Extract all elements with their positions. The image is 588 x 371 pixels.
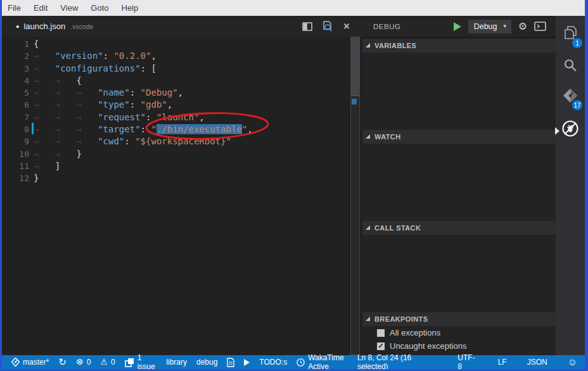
section-body-variables — [362, 53, 556, 130]
line-number[interactable]: 9 — [2, 135, 34, 148]
status-todos[interactable]: TODO:s — [259, 358, 287, 367]
checkbox-unchecked[interactable] — [377, 329, 385, 337]
token-key: "configurations" — [55, 63, 141, 73]
close-editor-icon[interactable]: ✕ — [341, 21, 352, 32]
code-line[interactable]: 11→ ] — [2, 160, 362, 172]
section-header-call-stack[interactable]: CALL STACK — [362, 221, 556, 235]
start-debug-icon[interactable] — [454, 22, 461, 31]
status-run[interactable] — [244, 359, 250, 366]
section-label: CALL STACK — [374, 224, 421, 232]
code-line[interactable]: 8→ → → "target": "./bin/executable", — [2, 123, 362, 135]
status-language-mode[interactable]: JSON — [527, 358, 547, 367]
code-line[interactable]: 1{ — [2, 38, 362, 50]
tab-whitespace-icon: → — [34, 112, 55, 122]
line-number[interactable]: 7 — [2, 111, 34, 123]
status-feedback[interactable]: ☺ — [568, 358, 577, 367]
dirty-indicator-icon: ● — [16, 23, 19, 30]
play-icon — [244, 359, 250, 366]
debug-sidebar: DEBUG Debug ▼ ⚙ VARIABLESWATCHCALL STACK… — [362, 16, 556, 355]
activity-item-git[interactable]: 17 — [556, 85, 585, 106]
menu-item-edit[interactable]: Edit — [27, 0, 54, 16]
section-header-watch[interactable]: WATCH — [362, 130, 556, 144]
breakpoint-row[interactable]: ✓Uncaught exceptions — [362, 339, 556, 353]
checkbox-checked[interactable]: ✓ — [377, 343, 385, 350]
gear-icon[interactable]: ⚙ — [518, 22, 527, 32]
menu-item-goto[interactable]: Goto — [84, 0, 115, 16]
code-line[interactable]: 4→ → { — [2, 75, 362, 87]
token-key: "request" — [98, 112, 146, 122]
token-str: "0.2.0" — [113, 51, 151, 61]
code-line[interactable]: 5→ → → "name": "Debug", — [2, 87, 362, 99]
scrollbar-thumb[interactable] — [351, 37, 359, 96]
breakpoint-label: All exceptions — [390, 328, 440, 337]
debug-console-icon[interactable] — [534, 22, 546, 31]
error-icon: ⊗ — [76, 358, 84, 367]
line-number[interactable]: 8 — [2, 123, 34, 135]
split-editor-icon[interactable] — [302, 21, 313, 32]
line-number[interactable]: 1 — [2, 38, 34, 50]
line-number[interactable]: 4 — [2, 75, 34, 87]
breakpoint-row[interactable]: All exceptions — [362, 326, 556, 339]
status-label: 1 issue — [137, 353, 157, 371]
tab-whitespace-icon: → — [34, 63, 55, 73]
tab-whitespace-icon: → — [34, 51, 55, 61]
menu-item-help[interactable]: Help — [115, 0, 145, 16]
tab-launch-json[interactable]: ● launch.json .vscode — [2, 22, 93, 31]
code-line[interactable]: 3→ "configurations": [ — [2, 63, 362, 75]
token-punc: , — [199, 112, 204, 122]
line-number[interactable]: 2 — [2, 50, 34, 62]
code-text: → ] — [34, 160, 60, 172]
token-punc: : — [141, 63, 151, 73]
section-body-breakpoints: All exceptions✓Uncaught exceptions — [362, 326, 556, 355]
status-sync[interactable]: ↻ — [58, 358, 67, 367]
status-label: master* — [23, 358, 49, 367]
section-label: VARIABLES — [374, 42, 416, 49]
line-number[interactable]: 3 — [2, 63, 34, 75]
line-number[interactable]: 12 — [2, 172, 34, 184]
token-str: " — [242, 124, 247, 134]
doc-icon — [227, 358, 234, 367]
section-body-call-stack — [362, 235, 556, 312]
code-line[interactable]: 12} — [2, 172, 362, 184]
status-eol[interactable]: LF — [498, 358, 507, 367]
text-cursor — [32, 123, 34, 134]
line-number[interactable]: 5 — [2, 87, 34, 99]
open-preview-icon[interactable] — [321, 21, 333, 32]
line-number[interactable]: 10 — [2, 148, 34, 160]
code-line[interactable]: 6→ → → "type": "gdb", — [2, 99, 362, 111]
status-warnings[interactable]: ⚠0 — [100, 358, 115, 367]
menu-item-view[interactable]: View — [54, 0, 84, 16]
status-debug[interactable]: debug — [196, 358, 217, 367]
tab-whitespace-icon: → — [76, 99, 98, 110]
line-number[interactable]: 6 — [2, 99, 34, 111]
status-errors[interactable]: ⊗0 — [76, 358, 91, 367]
section-header-variables[interactable]: VARIABLES — [362, 39, 556, 53]
status-cursor-position[interactable]: Ln 8, Col 24 (16 selected) — [357, 353, 437, 371]
tab-whitespace-icon: → — [34, 161, 55, 171]
status-file[interactable] — [227, 358, 234, 367]
status-library[interactable]: library — [166, 358, 187, 367]
debug-config-dropdown[interactable]: Debug ▼ — [468, 20, 511, 34]
code-text: → → → "target": "./bin/executable", — [34, 123, 253, 135]
code-line[interactable]: 2→ "version": "0.2.0", — [2, 50, 362, 62]
status-label: Ln 8, Col 24 (16 selected) — [357, 353, 437, 371]
section-header-breakpoints[interactable]: BREAKPOINTS — [362, 312, 556, 326]
line-number[interactable]: 11 — [2, 160, 34, 172]
code-line[interactable]: 10→ → } — [2, 148, 362, 160]
status-issues[interactable]: 1 issue — [125, 353, 157, 371]
tab-whitespace-icon: → — [76, 124, 98, 134]
editor-scrollbar[interactable] — [350, 37, 360, 355]
activity-item-search[interactable] — [556, 55, 585, 75]
code-text: → "version": "0.2.0", — [34, 50, 157, 62]
status-encoding[interactable]: UTF-8 — [457, 353, 477, 371]
code-line[interactable]: 9→ → → "cwd": "${workspaceRoot}" — [2, 135, 362, 148]
code-editor[interactable]: 1{2→ "version": "0.2.0",3→ "configuratio… — [2, 37, 362, 355]
tab-bar: ● launch.json .vscode ✕ — [2, 16, 362, 37]
menu-item-file[interactable]: File — [1, 0, 27, 16]
tab-whitespace-icon: → — [76, 136, 98, 146]
status-git-branch[interactable]: master* — [11, 358, 49, 367]
activity-item-debug-active[interactable] — [556, 118, 585, 139]
code-line[interactable]: 7→ → → "request": "launch", — [2, 111, 362, 123]
status-wakatime[interactable]: WakaTime Active — [297, 353, 357, 371]
activity-item-explorer[interactable]: 1 — [556, 23, 585, 44]
